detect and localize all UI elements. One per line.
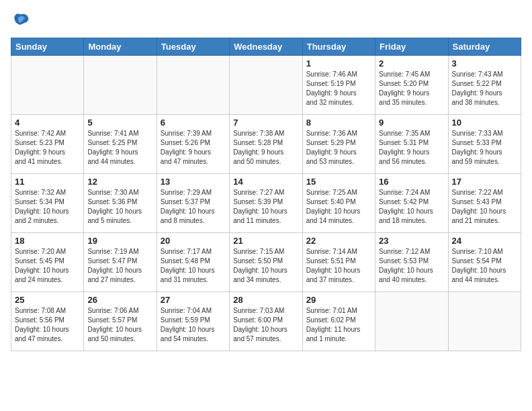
day-cell: 16Sunrise: 7:24 AM Sunset: 5:42 PM Dayli… [375,174,448,233]
day-cell: 4Sunrise: 7:42 AM Sunset: 5:23 PM Daylig… [11,115,84,174]
day-number: 14 [233,177,298,187]
col-header-monday: Monday [84,38,157,56]
col-header-wednesday: Wednesday [230,38,302,56]
day-number: 7 [233,118,298,128]
day-detail: Sunrise: 7:41 AM Sunset: 5:25 PM Dayligh… [87,129,152,167]
day-cell: 21Sunrise: 7:15 AM Sunset: 5:50 PM Dayli… [230,233,302,292]
day-detail: Sunrise: 7:29 AM Sunset: 5:37 PM Dayligh… [161,188,226,226]
day-cell: 8Sunrise: 7:36 AM Sunset: 5:29 PM Daylig… [302,115,375,174]
day-number: 29 [306,295,371,305]
day-cell: 25Sunrise: 7:08 AM Sunset: 5:56 PM Dayli… [11,292,84,351]
col-header-tuesday: Tuesday [157,38,229,56]
day-cell: 20Sunrise: 7:17 AM Sunset: 5:48 PM Dayli… [157,233,229,292]
day-number: 22 [306,236,371,246]
day-detail: Sunrise: 7:36 AM Sunset: 5:29 PM Dayligh… [306,129,371,167]
day-detail: Sunrise: 7:25 AM Sunset: 5:40 PM Dayligh… [306,188,371,226]
day-detail: Sunrise: 7:04 AM Sunset: 5:59 PM Dayligh… [161,306,226,344]
day-detail: Sunrise: 7:03 AM Sunset: 6:00 PM Dayligh… [233,306,298,344]
day-detail: Sunrise: 7:01 AM Sunset: 6:02 PM Dayligh… [306,306,371,344]
day-detail: Sunrise: 7:43 AM Sunset: 5:22 PM Dayligh… [452,70,517,107]
calendar-table: SundayMondayTuesdayWednesdayThursdayFrid… [11,38,521,351]
day-number: 27 [161,295,226,305]
day-detail: Sunrise: 7:24 AM Sunset: 5:42 PM Dayligh… [379,188,444,226]
day-number: 25 [15,295,80,305]
day-detail: Sunrise: 7:20 AM Sunset: 5:45 PM Dayligh… [15,247,80,285]
day-cell: 28Sunrise: 7:03 AM Sunset: 6:00 PM Dayli… [230,292,302,351]
week-row-2: 4Sunrise: 7:42 AM Sunset: 5:23 PM Daylig… [11,115,521,174]
day-number: 2 [379,58,444,68]
day-number: 24 [452,236,517,246]
day-number: 23 [379,236,444,246]
day-number: 5 [87,118,152,128]
day-detail: Sunrise: 7:19 AM Sunset: 5:47 PM Dayligh… [87,247,152,285]
day-cell: 5Sunrise: 7:41 AM Sunset: 5:25 PM Daylig… [84,115,157,174]
day-number: 13 [161,177,226,187]
day-number: 15 [306,177,371,187]
day-number: 6 [161,118,226,128]
day-detail: Sunrise: 7:33 AM Sunset: 5:33 PM Dayligh… [452,129,517,167]
day-detail: Sunrise: 7:14 AM Sunset: 5:51 PM Dayligh… [306,247,371,285]
day-number: 4 [15,118,80,128]
day-number: 12 [87,177,152,187]
day-cell: 26Sunrise: 7:06 AM Sunset: 5:57 PM Dayli… [84,292,157,351]
day-cell: 2Sunrise: 7:45 AM Sunset: 5:20 PM Daylig… [375,56,448,115]
week-row-5: 25Sunrise: 7:08 AM Sunset: 5:56 PM Dayli… [11,292,521,351]
day-cell: 24Sunrise: 7:10 AM Sunset: 5:54 PM Dayli… [448,233,521,292]
day-cell: 12Sunrise: 7:30 AM Sunset: 5:36 PM Dayli… [84,174,157,233]
day-detail: Sunrise: 7:15 AM Sunset: 5:50 PM Dayligh… [233,247,298,285]
header-row: SundayMondayTuesdayWednesdayThursdayFrid… [11,38,521,56]
day-detail: Sunrise: 7:12 AM Sunset: 5:53 PM Dayligh… [379,247,444,285]
day-cell [230,56,302,115]
day-cell: 18Sunrise: 7:20 AM Sunset: 5:45 PM Dayli… [11,233,84,292]
day-detail: Sunrise: 7:27 AM Sunset: 5:39 PM Dayligh… [233,188,298,226]
day-cell: 3Sunrise: 7:43 AM Sunset: 5:22 PM Daylig… [448,56,521,115]
day-cell: 22Sunrise: 7:14 AM Sunset: 5:51 PM Dayli… [302,233,375,292]
day-cell [375,292,448,351]
day-cell [448,292,521,351]
day-detail: Sunrise: 7:38 AM Sunset: 5:28 PM Dayligh… [233,129,298,167]
week-row-1: 1Sunrise: 7:46 AM Sunset: 5:19 PM Daylig… [11,56,521,115]
day-number: 16 [379,177,444,187]
day-cell: 10Sunrise: 7:33 AM Sunset: 5:33 PM Dayli… [448,115,521,174]
page-header [11,11,521,30]
day-detail: Sunrise: 7:17 AM Sunset: 5:48 PM Dayligh… [161,247,226,285]
day-number: 17 [452,177,517,187]
day-cell: 9Sunrise: 7:35 AM Sunset: 5:31 PM Daylig… [375,115,448,174]
day-detail: Sunrise: 7:06 AM Sunset: 5:57 PM Dayligh… [87,306,152,344]
day-detail: Sunrise: 7:35 AM Sunset: 5:31 PM Dayligh… [379,129,444,167]
day-cell: 27Sunrise: 7:04 AM Sunset: 5:59 PM Dayli… [157,292,229,351]
week-row-3: 11Sunrise: 7:32 AM Sunset: 5:34 PM Dayli… [11,174,521,233]
day-number: 1 [306,58,371,68]
day-cell: 7Sunrise: 7:38 AM Sunset: 5:28 PM Daylig… [230,115,302,174]
day-cell: 15Sunrise: 7:25 AM Sunset: 5:40 PM Dayli… [302,174,375,233]
col-header-friday: Friday [375,38,448,56]
col-header-saturday: Saturday [448,38,521,56]
day-number: 3 [452,58,517,68]
day-detail: Sunrise: 7:46 AM Sunset: 5:19 PM Dayligh… [306,70,371,107]
day-number: 8 [306,118,371,128]
day-number: 21 [233,236,298,246]
day-cell [157,56,229,115]
day-cell: 13Sunrise: 7:29 AM Sunset: 5:37 PM Dayli… [157,174,229,233]
day-cell: 23Sunrise: 7:12 AM Sunset: 5:53 PM Dayli… [375,233,448,292]
day-number: 28 [233,295,298,305]
day-detail: Sunrise: 7:32 AM Sunset: 5:34 PM Dayligh… [15,188,80,226]
day-cell: 19Sunrise: 7:19 AM Sunset: 5:47 PM Dayli… [84,233,157,292]
day-cell [84,56,157,115]
day-detail: Sunrise: 7:39 AM Sunset: 5:26 PM Dayligh… [161,129,226,167]
day-cell: 1Sunrise: 7:46 AM Sunset: 5:19 PM Daylig… [302,56,375,115]
day-cell: 14Sunrise: 7:27 AM Sunset: 5:39 PM Dayli… [230,174,302,233]
day-number: 19 [87,236,152,246]
day-number: 26 [87,295,152,305]
day-number: 9 [379,118,444,128]
day-number: 11 [15,177,80,187]
day-number: 18 [15,236,80,246]
day-detail: Sunrise: 7:08 AM Sunset: 5:56 PM Dayligh… [15,306,80,344]
day-detail: Sunrise: 7:30 AM Sunset: 5:36 PM Dayligh… [87,188,152,226]
day-number: 10 [452,118,517,128]
day-cell [11,56,84,115]
logo [11,11,32,30]
day-detail: Sunrise: 7:22 AM Sunset: 5:43 PM Dayligh… [452,188,517,226]
day-cell: 11Sunrise: 7:32 AM Sunset: 5:34 PM Dayli… [11,174,84,233]
day-detail: Sunrise: 7:45 AM Sunset: 5:20 PM Dayligh… [379,70,444,107]
